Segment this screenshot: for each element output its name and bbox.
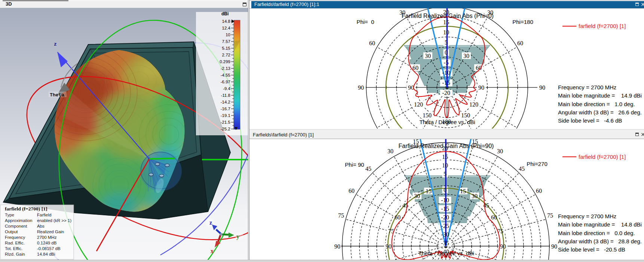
svg-text:60: 60 — [491, 214, 497, 221]
svg-text:15: 15 — [426, 188, 432, 194]
svg-text:Phi= 0: Phi= 0 — [356, 19, 374, 25]
svg-text:30: 30 — [425, 53, 431, 59]
svg-text:-9.4: -9.4 — [223, 86, 230, 91]
svg-text:z: z — [209, 219, 212, 226]
svg-text:10: 10 — [443, 29, 449, 36]
svg-text:-15: -15 — [442, 80, 450, 86]
svg-text:-2.13: -2.13 — [221, 66, 230, 71]
svg-text:Frequency = 2700 MHz: Frequency = 2700 MHz — [558, 84, 616, 90]
svg-text:Angular width (3 dB) = 26.6: Angular width (3 dB) = 26.6 deg. — [558, 109, 642, 115]
svg-text:-25.2: -25.2 — [221, 127, 230, 131]
svg-text:150: 150 — [423, 112, 432, 118]
svg-text:Angular width (3 dB) = 28.8: Angular width (3 dB) = 28.8 deg. — [558, 238, 642, 244]
svg-text:60: 60 — [413, 65, 418, 71]
svg-text:90: 90 — [551, 243, 557, 250]
svg-text:-35: -35 — [441, 240, 449, 246]
svg-text:z: z — [54, 41, 57, 47]
svg-text:0.1249 dB: 0.1249 dB — [37, 241, 57, 245]
svg-text:60: 60 — [395, 214, 401, 221]
svg-text:30: 30 — [414, 193, 420, 199]
svg-text:-10: -10 — [441, 197, 449, 203]
svg-text:-25: -25 — [441, 223, 449, 229]
svg-text:Phi= 90: Phi= 90 — [345, 161, 364, 168]
svg-text:Frequency: Frequency — [5, 235, 25, 240]
svg-text:7.57: 7.57 — [222, 39, 230, 44]
svg-text:90: 90 — [358, 84, 364, 91]
svg-text:-19.1: -19.1 — [221, 113, 230, 118]
svg-text:Farfield: Farfield — [37, 213, 51, 217]
svg-text:12.4: 12.4 — [222, 26, 231, 30]
svg-text:Rlzd. Gain: Rlzd. Gain — [5, 252, 25, 256]
svg-text:-16.7: -16.7 — [221, 107, 230, 111]
svg-text:10: 10 — [442, 162, 448, 169]
svg-text:2.72: 2.72 — [222, 53, 230, 57]
svg-text:75: 75 — [338, 212, 344, 219]
svg-text:150: 150 — [461, 112, 470, 118]
svg-text:14.8: 14.8 — [222, 19, 230, 24]
svg-text:-20: -20 — [442, 90, 450, 96]
svg-text:enabled (kR >> 1): enabled (kR >> 1) — [37, 218, 71, 223]
svg-text:30: 30 — [472, 193, 478, 199]
svg-text:60: 60 — [517, 40, 523, 46]
svg-text:Phi=270: Phi=270 — [527, 161, 547, 167]
svg-text:dBi: dBi — [221, 11, 229, 16]
svg-text:Phi=180: Phi=180 — [512, 19, 533, 25]
svg-text:60: 60 — [349, 188, 355, 194]
svg-text:Abs: Abs — [37, 224, 45, 228]
svg-text:30: 30 — [463, 53, 469, 59]
svg-text:Realized Gain: Realized Gain — [37, 229, 64, 234]
svg-text:Theta / Degree vs. dBi: Theta / Degree vs. dBi — [418, 250, 474, 256]
svg-text:15: 15 — [460, 188, 466, 194]
svg-text:45: 45 — [365, 166, 371, 172]
svg-text:30: 30 — [497, 148, 503, 154]
svg-text:90: 90 — [539, 84, 545, 91]
svg-text:0: 0 — [444, 187, 447, 193]
svg-text:90: 90 — [334, 243, 340, 250]
svg-text:0.299: 0.299 — [220, 59, 230, 64]
svg-text:90: 90 — [500, 243, 506, 250]
svg-text:-15: -15 — [441, 206, 449, 212]
svg-text:-0.08157 dB: -0.08157 dB — [37, 246, 61, 251]
svg-text:Approximation: Approximation — [5, 218, 33, 223]
svg-text:Theta: Theta — [50, 92, 64, 98]
svg-text:farfield (f=2700) [1]: farfield (f=2700) [1] — [579, 154, 626, 160]
svg-text:-11.8: -11.8 — [221, 93, 230, 98]
svg-text:Side lobe level = -4.6 dB: Side lobe level = -4.6 dB — [558, 117, 622, 124]
svg-text:Frequency = 2700 MHz: Frequency = 2700 MHz — [558, 213, 616, 219]
svg-text:14.84 dBi: 14.84 dBi — [37, 252, 55, 256]
svg-text:x: x — [211, 248, 214, 254]
svg-text:90: 90 — [478, 84, 484, 91]
svg-text:15: 15 — [443, 19, 449, 25]
svg-text:Tot. Effic.: Tot. Effic. — [5, 246, 22, 251]
svg-text:Main lobe direction = 0.0 de: Main lobe direction = 0.0 deg. — [558, 230, 635, 236]
svg-text:Type: Type — [5, 213, 14, 217]
svg-text:-6.97: -6.97 — [221, 80, 230, 84]
svg-text:Main lobe magnitude = 14.9: Main lobe magnitude = 14.9 dBi — [558, 92, 642, 99]
svg-text:-5: -5 — [444, 59, 448, 66]
svg-text:Main lobe magnitude = 14.8: Main lobe magnitude = 14.8 dBi — [558, 221, 642, 228]
svg-text:Side lobe level = -20.5 dB: Side lobe level = -20.5 dB — [558, 246, 625, 253]
svg-text:60: 60 — [369, 40, 375, 46]
svg-text:-21.5: -21.5 — [221, 120, 230, 124]
svg-text:90: 90 — [386, 243, 392, 250]
svg-text:Component: Component — [5, 224, 27, 228]
svg-text:Farfield Realized Gain Abs (Ph: Farfield Realized Gain Abs (Phi=90) — [399, 143, 494, 149]
svg-text:120: 120 — [469, 101, 478, 108]
svg-text:30: 30 — [387, 148, 393, 154]
svg-text:90: 90 — [408, 84, 414, 91]
svg-text:Theta / Degree vs. dBi: Theta / Degree vs. dBi — [419, 119, 475, 125]
svg-text:120: 120 — [414, 101, 423, 108]
svg-text:-30: -30 — [441, 231, 449, 238]
svg-text:-14.2: -14.2 — [221, 100, 230, 104]
svg-text:75: 75 — [547, 212, 553, 219]
svg-text:5: 5 — [445, 39, 448, 46]
svg-text:farfield (f=2700) [1]: farfield (f=2700) [1] — [5, 206, 47, 212]
svg-text:60: 60 — [536, 188, 542, 194]
svg-text:0: 0 — [445, 49, 448, 56]
svg-text:10: 10 — [226, 33, 230, 37]
svg-text:-4.55: -4.55 — [221, 73, 230, 77]
svg-text:-20: -20 — [441, 214, 449, 221]
svg-text:45: 45 — [519, 166, 525, 172]
svg-text:Farfield Realized Gain Abs (Ph: Farfield Realized Gain Abs (Phi=0) — [402, 13, 494, 19]
svg-text:-10: -10 — [442, 70, 450, 76]
